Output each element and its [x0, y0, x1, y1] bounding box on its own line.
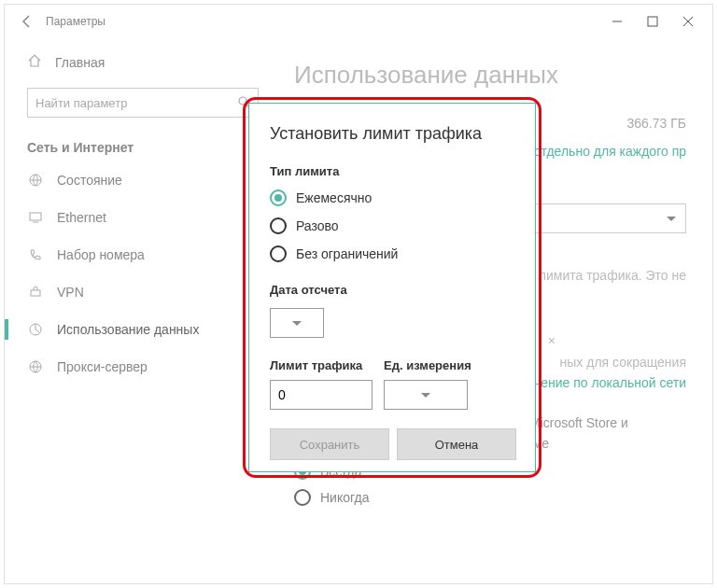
home-label: Главная	[55, 55, 105, 70]
radio-label: Разово	[296, 218, 339, 233]
limit-type-label: Тип лимита	[270, 164, 516, 178]
svg-rect-7	[31, 290, 40, 296]
unit-field-label: Ед. измерения	[384, 358, 471, 372]
radio-icon	[294, 489, 311, 506]
sidebar-item-dialup[interactable]: Набор номера	[27, 246, 275, 263]
radio-label: Без ограничений	[296, 246, 398, 261]
page-title: Использование данных	[294, 61, 686, 90]
search-input[interactable]: Найти параметр	[27, 88, 259, 118]
sidebar-item-label: Использование данных	[57, 322, 199, 337]
bg-radio-label: Никогда	[320, 490, 369, 505]
cancel-button[interactable]: Отмена	[397, 428, 516, 460]
sidebar-item-ethernet[interactable]: Ethernet	[27, 209, 275, 226]
limit-input[interactable]	[270, 380, 373, 410]
radio-icon	[270, 245, 287, 262]
unit-select[interactable]	[384, 380, 468, 410]
window-title: Параметры	[42, 15, 600, 28]
phone-icon	[27, 246, 44, 263]
save-button[interactable]: Сохранить	[270, 428, 389, 460]
dialog-highlight: Установить лимит трафика Тип лимита Ежем…	[243, 97, 541, 478]
radio-once[interactable]: Разово	[270, 217, 516, 234]
section-title: Сеть и Интернет	[27, 140, 275, 155]
vpn-icon	[27, 284, 44, 301]
chevron-down-icon	[292, 321, 302, 326]
home-nav[interactable]: Главная	[27, 53, 275, 71]
dialog-title: Установить лимит трафика	[270, 124, 516, 144]
sidebar-item-label: VPN	[57, 285, 84, 300]
titlebar: Параметры	[5, 5, 712, 38]
data-icon	[27, 321, 44, 338]
sidebar-item-data-usage[interactable]: Использование данных	[27, 321, 275, 338]
monitor-icon	[27, 209, 44, 226]
sidebar-item-label: Набор номера	[57, 247, 145, 262]
bg-radio-never[interactable]: Никогда	[294, 489, 686, 506]
sidebar-item-vpn[interactable]: VPN	[27, 284, 275, 301]
radio-icon	[270, 189, 287, 206]
search-placeholder: Найти параметр	[35, 96, 237, 110]
set-data-limit-dialog: Установить лимит трафика Тип лимита Ежем…	[248, 103, 536, 472]
globe-icon	[27, 358, 44, 375]
sidebar: Главная Найти параметр Сеть и Интернет С…	[5, 38, 275, 583]
limit-field-label: Лимит трафика	[270, 358, 373, 372]
maximize-button[interactable]	[636, 8, 669, 35]
close-button[interactable]	[671, 8, 705, 35]
sidebar-item-label: Прокси-сервер	[57, 359, 148, 374]
svg-rect-1	[648, 17, 657, 26]
sidebar-item-proxy[interactable]: Прокси-сервер	[27, 358, 275, 375]
chevron-down-icon	[667, 217, 676, 221]
globe-icon	[27, 172, 44, 189]
radio-unlimited[interactable]: Без ограничений	[270, 245, 516, 262]
svg-rect-5	[30, 213, 41, 220]
sidebar-item-label: Состояние	[57, 173, 122, 188]
date-label: Дата отсчета	[270, 283, 516, 297]
radio-icon	[270, 217, 287, 234]
home-icon	[27, 53, 42, 71]
radio-monthly[interactable]: Ежемесячно	[270, 189, 516, 206]
radio-label: Ежемесячно	[296, 190, 372, 205]
reset-date-select[interactable]	[270, 308, 324, 338]
sidebar-item-status[interactable]: Состояние	[27, 172, 275, 189]
chevron-down-icon	[421, 393, 430, 398]
minimize-button[interactable]	[600, 8, 634, 35]
sidebar-item-label: Ethernet	[57, 210, 106, 225]
back-button[interactable]	[12, 7, 42, 36]
